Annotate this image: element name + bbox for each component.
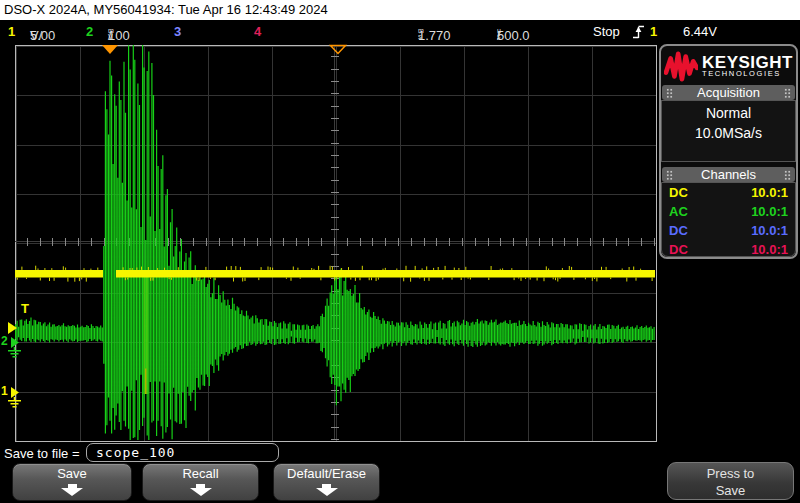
ch-coupling: DC: [669, 184, 688, 202]
acquisition-mode: Normal: [662, 105, 795, 121]
press-to-save-button[interactable]: Press to Save: [667, 462, 794, 500]
filename-input[interactable]: scope_100: [86, 443, 279, 462]
grip-icon: [666, 88, 673, 98]
down-arrow-icon: [315, 484, 339, 496]
edge-trigger-icon: [632, 23, 645, 43]
status-row: 1 5.00V/ 2 100mV/ 3 4 1.770ms 500.0us/ S…: [0, 20, 800, 44]
ch2-number[interactable]: 2: [86, 24, 93, 39]
ch-probe: 10.0:1: [751, 222, 788, 240]
channel-row: DC10.0:1: [662, 221, 795, 240]
down-arrow-icon: [60, 484, 84, 496]
brand-logo: KEYSIGHT TECHNOLOGIES: [662, 48, 795, 84]
oscilloscope-screen: DSO-X 2024A, MY56041934: Tue Apr 16 12:4…: [0, 0, 800, 503]
graticule-center-hticks: [15, 238, 655, 246]
ch-probe: 10.0:1: [751, 184, 788, 202]
channels-body: DC10.0:1 AC10.0:1 DC10.0:1 DC10.0:1: [661, 182, 796, 257]
brand-sub: TECHNOLOGIES: [702, 70, 793, 78]
ch-probe: 10.0:1: [751, 203, 788, 221]
softkey-default-erase[interactable]: Default/Erase: [273, 463, 380, 501]
ch2-ground-symbol-icon: [7, 347, 22, 359]
ch1-ground-label[interactable]: 1: [1, 384, 8, 398]
ch1-ground-symbol-icon: [7, 397, 22, 409]
trigger-source: 1: [650, 24, 657, 39]
instrument-id: DSO-X 2024A, MY56041934: Tue Apr 16 12:4…: [4, 2, 328, 17]
grip-icon: [666, 170, 673, 180]
trigger-level: 6.44V: [683, 24, 717, 39]
run-state: Stop: [593, 24, 620, 39]
ch2-ground-label[interactable]: 2: [1, 334, 8, 348]
channel-row: DC10.0:1: [662, 240, 795, 259]
acquisition-header: Acquisition: [662, 85, 795, 100]
sample-rate: 10.0MSa/s: [662, 125, 795, 141]
down-arrow-icon: [189, 484, 213, 496]
grip-icon: [784, 170, 791, 180]
keysight-waveform-icon: [664, 50, 698, 82]
acquisition-body: Normal 10.0MSa/s: [661, 100, 796, 162]
trigger-level-arrow-icon[interactable]: [8, 322, 17, 334]
channels-header: Channels: [662, 167, 795, 182]
ch-coupling: DC: [669, 241, 688, 259]
ch-probe: 10.0:1: [751, 241, 788, 259]
title-bar: DSO-X 2024A, MY56041934: Tue Apr 16 12:4…: [0, 0, 800, 20]
ch3-number[interactable]: 3: [174, 24, 181, 39]
softkey-save[interactable]: Save: [12, 463, 132, 501]
ch1-number[interactable]: 1: [8, 24, 15, 39]
brand-name: KEYSIGHT: [702, 55, 793, 70]
grip-icon: [784, 88, 791, 98]
trigger-level-letter[interactable]: T: [21, 301, 29, 316]
save-to-file-label: Save to file =: [4, 446, 80, 461]
ch-coupling: DC: [669, 222, 688, 240]
channel-row: AC10.0:1: [662, 202, 795, 221]
ch-coupling: AC: [669, 203, 688, 221]
softkey-recall[interactable]: Recall: [142, 463, 259, 501]
channel-row: DC10.0:1: [662, 183, 795, 202]
ch4-number[interactable]: 4: [254, 24, 261, 39]
